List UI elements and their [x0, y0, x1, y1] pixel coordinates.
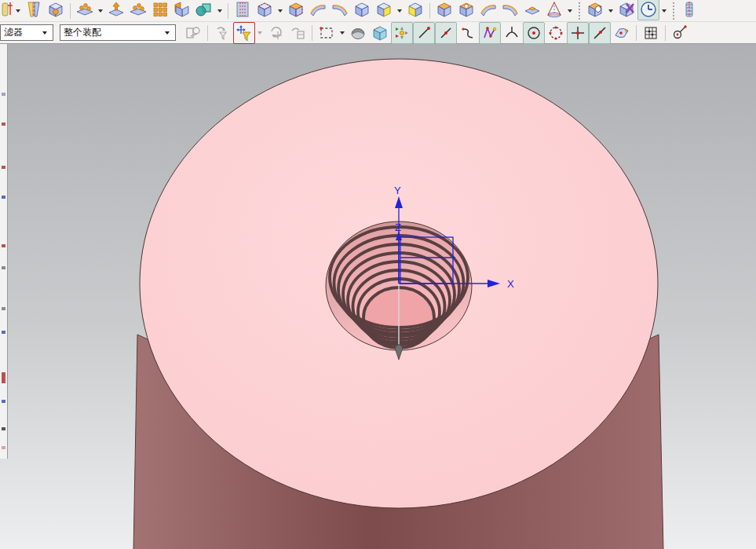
history-mode-clock-button[interactable] — [637, 0, 659, 20]
resize-face-button[interactable] — [285, 0, 307, 20]
boss-button[interactable] — [45, 0, 67, 20]
curl-sheet-button[interactable] — [477, 0, 499, 20]
snap-tangent-point-button[interactable] — [501, 22, 523, 44]
point-constructor-button[interactable] — [669, 22, 691, 44]
snap-quadrant-point-button[interactable] — [545, 22, 567, 44]
move-component-icon — [214, 24, 231, 42]
wireframe-cone-dropdown[interactable] — [568, 9, 572, 13]
pocket-icon — [457, 0, 476, 19]
docked-left-toolbar-clipped[interactable] — [0, 44, 8, 459]
thread-button[interactable] — [0, 0, 13, 20]
snap-arc-center-button[interactable] — [523, 22, 545, 44]
thread-dropdown[interactable] — [16, 9, 20, 13]
translucent-cube-icon — [371, 24, 389, 42]
cube-block-button[interactable] — [351, 0, 373, 20]
rotate-component-button[interactable] — [265, 22, 287, 44]
snap-point-on-curve-button[interactable] — [589, 22, 611, 44]
toolbar-drag-handle-2[interactable] — [673, 2, 674, 20]
history-mode-dropdown[interactable] — [662, 9, 667, 13]
selection-filter-combo[interactable]: 滤器 — [0, 24, 53, 41]
offset-raise-button[interactable] — [105, 0, 127, 20]
toolbar-fragment — [2, 93, 5, 96]
snap-point-on-curve-icon — [591, 24, 608, 42]
toolbar-fragment — [2, 166, 5, 169]
snap-tangent-point-icon — [503, 24, 520, 42]
emboss-icon — [523, 0, 542, 19]
snap-midpoint-button[interactable] — [435, 22, 457, 44]
toolbar-fragment — [2, 427, 5, 430]
show-constraints-button[interactable] — [287, 22, 309, 44]
draft-button[interactable] — [23, 0, 45, 20]
selection-bar: 滤器 整个装配 — [0, 22, 756, 44]
thread-stud-button[interactable] — [678, 0, 700, 20]
assembly-constraints-icon — [184, 24, 202, 42]
replace-face-dropdown[interactable] — [278, 9, 283, 13]
selection-filter-dropdown[interactable] — [257, 31, 262, 35]
delete-face-button[interactable] — [615, 0, 637, 20]
section-dropdown[interactable] — [397, 9, 402, 13]
array-3d-button[interactable] — [149, 0, 171, 20]
resize-face-icon — [287, 0, 305, 19]
draft-icon — [24, 0, 43, 19]
pad-button[interactable] — [433, 0, 455, 20]
array-3d-icon — [151, 0, 170, 19]
boolean-dropdown[interactable] — [217, 9, 222, 13]
grid-button[interactable] — [640, 22, 662, 44]
snap-point-toggle-icon — [393, 24, 411, 42]
wireframe-cone-button[interactable] — [543, 0, 565, 20]
delete-face-icon — [617, 0, 636, 19]
section-cut2-button[interactable] — [404, 0, 426, 20]
3d-viewport[interactable]: X Y Z — [0, 44, 756, 549]
rib-column-button[interactable] — [232, 0, 254, 20]
pattern-face-button[interactable] — [127, 0, 149, 20]
trim-body-button[interactable] — [171, 0, 193, 20]
move-face-button[interactable] — [584, 0, 606, 20]
move-face-icon — [586, 0, 604, 19]
toolbar-drag-handle[interactable] — [579, 2, 580, 20]
graphics-area: X Y Z — [0, 44, 756, 549]
history-mode-clock-icon — [639, 0, 658, 19]
rectangle-select-dropdown[interactable] — [340, 31, 345, 35]
pad-icon — [435, 0, 454, 19]
shaded-view-button[interactable] — [347, 22, 369, 44]
toolbar-fragment — [2, 123, 5, 126]
bend-sheet-button[interactable] — [307, 0, 329, 20]
pattern-feature-icon — [75, 0, 94, 19]
move-face-dropdown[interactable] — [608, 9, 613, 13]
snap-point-on-face-button[interactable] — [611, 22, 633, 44]
pocket-button[interactable] — [455, 0, 477, 20]
cube-block-icon — [352, 0, 371, 19]
x-axis-label: X — [507, 278, 514, 290]
rectangle-select-button[interactable] — [316, 22, 338, 44]
snap-intersection-icon — [481, 24, 499, 42]
pattern-feature-button[interactable] — [74, 0, 96, 20]
flange-sheet-icon — [331, 0, 349, 19]
emboss-button[interactable] — [521, 0, 543, 20]
scope-combo[interactable]: 整个装配 — [60, 24, 176, 41]
snap-point-toggle-button[interactable] — [391, 22, 413, 44]
move-component-button[interactable] — [211, 22, 233, 44]
section-cut-button[interactable] — [373, 0, 395, 20]
curl-sheet-icon — [479, 0, 498, 19]
replace-face-button[interactable] — [254, 0, 276, 20]
assembly-constraints-button[interactable] — [182, 22, 204, 44]
toolbar-fragment — [2, 331, 5, 334]
shaded-view-icon — [349, 24, 367, 42]
flange-sheet-button[interactable] — [329, 0, 351, 20]
snap-intersection-button[interactable] — [479, 22, 501, 44]
section-cut2-icon — [406, 0, 425, 19]
bend-sheet-icon — [309, 0, 327, 19]
snap-control-point-button[interactable] — [457, 22, 479, 44]
snap-midpoint-icon — [437, 24, 455, 42]
sweep-sheet-icon — [501, 0, 520, 19]
selection-filter-button[interactable] — [233, 22, 255, 44]
selection-filter-value: 滤器 — [4, 26, 23, 39]
pattern-dropdown[interactable] — [98, 9, 103, 13]
snap-existing-point-button[interactable] — [567, 22, 589, 44]
sweep-sheet-button[interactable] — [499, 0, 521, 20]
translucent-cube-button[interactable] — [369, 22, 391, 44]
snap-endpoint-button[interactable] — [413, 22, 435, 44]
thread-icon — [1, 0, 13, 19]
unite-boolean-button[interactable] — [193, 0, 215, 20]
rib-column-icon — [233, 0, 252, 19]
